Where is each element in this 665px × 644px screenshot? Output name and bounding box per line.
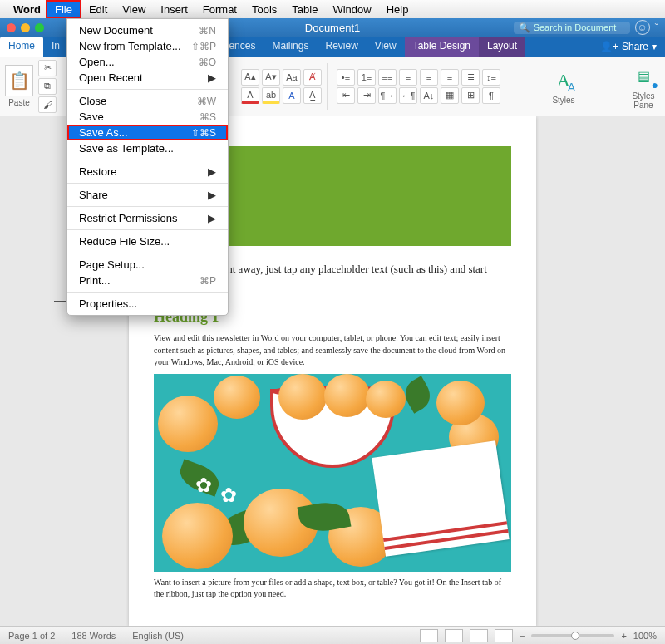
mac-menubar: Word File Edit View Insert Format Tools … bbox=[0, 0, 665, 18]
file-menu-share[interactable]: Share▶ bbox=[67, 187, 228, 203]
show-marks[interactable]: ¶ bbox=[482, 87, 500, 104]
font-size-decrease[interactable]: A▾ bbox=[262, 69, 280, 86]
menu-tools[interactable]: Tools bbox=[244, 2, 284, 17]
window-controls bbox=[0, 23, 44, 32]
text-effects[interactable]: A bbox=[283, 87, 301, 104]
copy-button[interactable]: ⧉ bbox=[38, 78, 57, 95]
file-menu-reduce-file-size[interactable]: Reduce File Size... bbox=[67, 234, 228, 249]
submenu-arrow-icon: ▶ bbox=[208, 212, 216, 224]
borders-button[interactable]: ⊞ bbox=[461, 87, 480, 104]
file-menu-properties[interactable]: Properties... bbox=[67, 296, 228, 312]
rtl-direction[interactable]: ←¶ bbox=[399, 87, 417, 104]
share-button[interactable]: 👤+Share▾ bbox=[592, 37, 665, 57]
minimize-window-button[interactable] bbox=[21, 23, 30, 32]
menu-table[interactable]: Table bbox=[284, 2, 325, 17]
character-border[interactable]: A̲ bbox=[303, 87, 322, 104]
file-menu-close[interactable]: Close⌘W bbox=[67, 93, 228, 109]
document-title: Document1 bbox=[305, 22, 360, 34]
font-color[interactable]: A bbox=[241, 87, 259, 104]
document-para1[interactable]: View and edit this newsletter in Word on… bbox=[154, 332, 511, 369]
line-spacing[interactable]: ↕≡ bbox=[482, 69, 500, 86]
view-outline[interactable] bbox=[470, 629, 488, 642]
tab-home[interactable]: Home bbox=[0, 37, 43, 57]
highlight-color[interactable]: ab bbox=[262, 87, 280, 104]
document-para2[interactable]: Want to insert a picture from your files… bbox=[154, 577, 511, 601]
file-menu-open[interactable]: Open...⌘O bbox=[67, 54, 228, 70]
status-page[interactable]: Page 1 of 2 bbox=[8, 631, 55, 641]
file-menu-save-as[interactable]: Save As...⇧⌘S bbox=[67, 125, 228, 140]
decrease-indent[interactable]: ⇤ bbox=[337, 87, 355, 104]
share-icon: 👤+ bbox=[600, 41, 618, 52]
search-input[interactable]: 🔍Search in Document bbox=[514, 22, 630, 34]
file-menu-page-setup[interactable]: Page Setup... bbox=[67, 257, 228, 273]
sort-button[interactable]: A↓ bbox=[420, 87, 438, 104]
zoom-slider[interactable] bbox=[531, 634, 614, 637]
close-window-button[interactable] bbox=[7, 23, 16, 32]
file-menu-restrict-permissions[interactable]: Restrict Permissions▶ bbox=[67, 210, 228, 226]
menu-window[interactable]: Window bbox=[325, 2, 378, 17]
justify[interactable]: ≣ bbox=[461, 69, 480, 86]
file-menu-print[interactable]: Print...⌘P bbox=[67, 273, 228, 288]
styles-button[interactable]: AA bbox=[550, 67, 577, 94]
menu-file[interactable]: File bbox=[46, 0, 81, 19]
align-center[interactable]: ≡ bbox=[420, 69, 438, 86]
tab-mailings[interactable]: Mailings bbox=[264, 37, 317, 57]
submenu-arrow-icon: ▶ bbox=[208, 71, 216, 84]
font-size-increase[interactable]: A▴ bbox=[241, 69, 259, 86]
align-right[interactable]: ≡ bbox=[441, 69, 459, 86]
format-painter-button[interactable]: 🖌 bbox=[38, 96, 57, 113]
menu-help[interactable]: Help bbox=[379, 2, 416, 17]
status-bar: Page 1 of 2 188 Words English (US) − + 1… bbox=[0, 626, 665, 644]
zoom-level[interactable]: 100% bbox=[633, 631, 657, 641]
menu-insert[interactable]: Insert bbox=[153, 2, 195, 17]
cut-button[interactable]: ✂ bbox=[38, 60, 57, 76]
view-print-layout[interactable] bbox=[420, 629, 438, 642]
account-icon[interactable]: ☺ bbox=[635, 20, 650, 35]
file-menu-save[interactable]: Save⌘S bbox=[67, 109, 228, 125]
search-placeholder: Search in Document bbox=[534, 22, 617, 32]
search-icon: 🔍 bbox=[519, 22, 530, 33]
align-left[interactable]: ≡ bbox=[399, 69, 417, 86]
document-image-peaches[interactable] bbox=[154, 374, 511, 572]
view-web-layout[interactable] bbox=[445, 629, 463, 642]
menu-format[interactable]: Format bbox=[195, 2, 244, 17]
status-language[interactable]: English (US) bbox=[132, 631, 184, 641]
increase-indent[interactable]: ⇥ bbox=[357, 87, 376, 104]
bullets-button[interactable]: •≡ bbox=[337, 69, 355, 86]
file-menu-new-from-template[interactable]: New from Template...⇧⌘P bbox=[67, 38, 228, 54]
tab-view[interactable]: View bbox=[367, 37, 405, 57]
change-case[interactable]: Aa bbox=[283, 69, 301, 86]
styles-pane-button[interactable]: ▤● bbox=[630, 63, 657, 90]
styles-label: Styles bbox=[552, 96, 574, 105]
ltr-direction[interactable]: ¶→ bbox=[378, 87, 397, 104]
tab-table-design[interactable]: Table Design bbox=[405, 37, 479, 57]
tab-insert[interactable]: In bbox=[43, 37, 68, 57]
styles-pane-label: Styles Pane bbox=[632, 91, 654, 110]
view-draft[interactable] bbox=[495, 629, 513, 642]
zoom-in-button[interactable]: + bbox=[621, 631, 626, 641]
app-name[interactable]: Word bbox=[13, 3, 41, 16]
file-menu-dropdown: New Document⌘NNew from Template...⇧⌘POpe… bbox=[66, 18, 229, 316]
multilevel-list-button[interactable]: ≡≡ bbox=[378, 69, 397, 86]
paste-label: Paste bbox=[8, 98, 30, 107]
shading-button[interactable]: ▦ bbox=[441, 87, 459, 104]
file-menu-restore[interactable]: Restore▶ bbox=[67, 164, 228, 179]
paste-button[interactable]: 📋 bbox=[5, 65, 33, 96]
menu-edit[interactable]: Edit bbox=[81, 2, 115, 17]
submenu-arrow-icon: ▶ bbox=[208, 165, 216, 178]
tab-table-layout[interactable]: Layout bbox=[479, 37, 525, 57]
file-menu-new-document[interactable]: New Document⌘N bbox=[67, 22, 228, 38]
submenu-arrow-icon: ▶ bbox=[208, 189, 216, 201]
fullscreen-window-button[interactable] bbox=[35, 23, 44, 32]
file-menu-open-recent[interactable]: Open Recent▶ bbox=[67, 70, 228, 86]
zoom-out-button[interactable]: − bbox=[520, 631, 525, 641]
menu-view[interactable]: View bbox=[115, 2, 153, 17]
expand-ribbon-icon[interactable]: ˇ bbox=[655, 22, 658, 34]
status-words[interactable]: 188 Words bbox=[71, 631, 116, 641]
numbering-button[interactable]: 1≡ bbox=[357, 69, 376, 86]
tab-review[interactable]: Review bbox=[317, 37, 366, 57]
file-menu-save-as-template[interactable]: Save as Template... bbox=[67, 140, 228, 156]
clear-formatting[interactable]: A̸ bbox=[303, 69, 322, 86]
napkin-shape bbox=[372, 440, 509, 557]
